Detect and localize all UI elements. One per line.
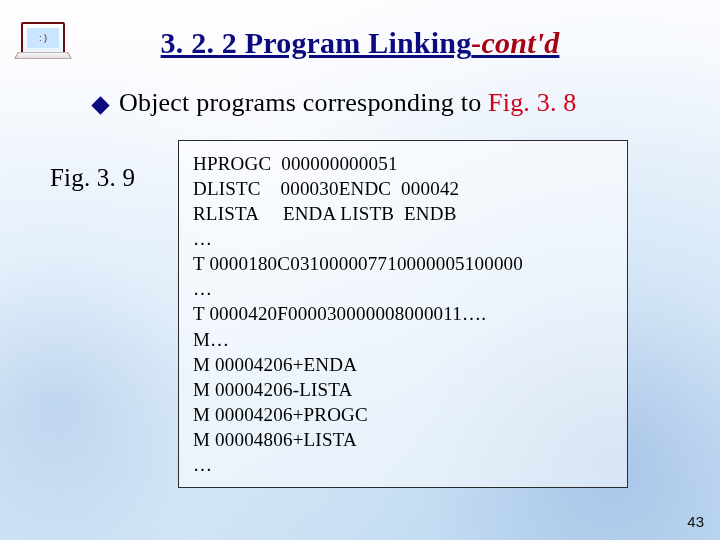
slide-container: : ) 3. 2. 2 Program Linking-cont'd Objec… bbox=[0, 0, 720, 540]
slide-title: 3. 2. 2 Program Linking-cont'd bbox=[30, 26, 690, 60]
page-number: 43 bbox=[687, 513, 704, 530]
bullet-row: Object programs corresponding to Fig. 3.… bbox=[94, 88, 690, 118]
monitor-icon: : ) bbox=[21, 22, 65, 54]
keyboard-icon bbox=[14, 52, 72, 59]
monitor-screen: : ) bbox=[27, 28, 59, 48]
fig-label: Fig. 3. 9 bbox=[50, 140, 160, 192]
fig-ref: Fig. 3. 8 bbox=[488, 88, 576, 117]
program-listing: HPROGC 000000000051 DLISTC 000030ENDC 00… bbox=[178, 140, 628, 488]
diamond-bullet-icon bbox=[91, 96, 109, 114]
title-main: 3. 2. 2 Program Linking bbox=[161, 26, 472, 59]
title-contd: -cont'd bbox=[471, 26, 559, 59]
bullet-text-before: Object programs corresponding to bbox=[119, 88, 488, 117]
bullet-text: Object programs corresponding to Fig. 3.… bbox=[119, 88, 577, 118]
computer-icon: : ) bbox=[14, 18, 70, 62]
lower-row: Fig. 3. 9 HPROGC 000000000051 DLISTC 000… bbox=[50, 140, 690, 488]
smiley-face: : ) bbox=[39, 33, 47, 43]
